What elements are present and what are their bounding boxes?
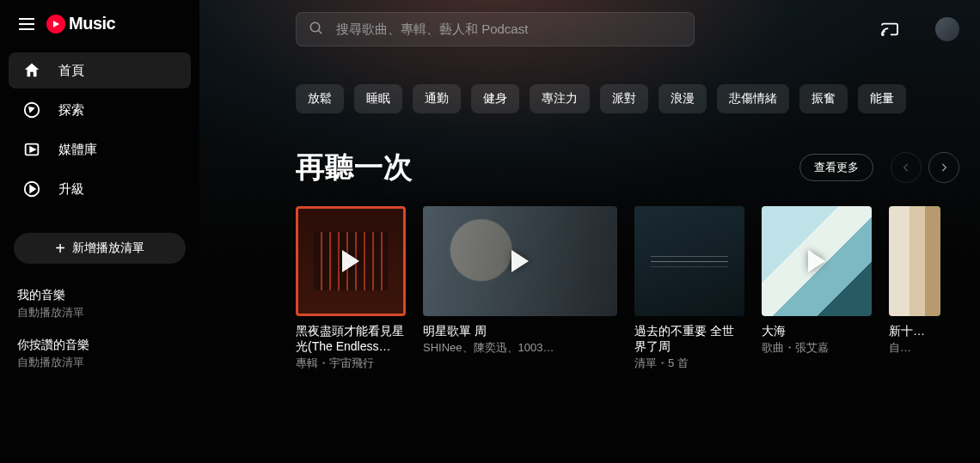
library-item-title: 你按讚的音樂 (17, 338, 182, 353)
media-subtitle: 歌曲・張艾嘉 (762, 341, 872, 356)
sidebar-item-label: 探索 (58, 102, 84, 119)
chip[interactable]: 睡眠 (354, 84, 402, 113)
sidebar-item-label: 媒體庫 (58, 142, 97, 158)
play-badge-icon (46, 15, 65, 34)
svg-marker-2 (29, 107, 34, 112)
sidebar-item-label: 升級 (58, 181, 84, 198)
main-area: 搜尋歌曲、專輯、藝人和 Podcast 放鬆 睡眠 通勤 健身 專注力 派對 浪… (199, 0, 980, 463)
media-thumbnail[interactable] (423, 206, 617, 316)
chip[interactable]: 悲傷情緒 (717, 84, 789, 113)
sidebar-item-label: 首頁 (58, 63, 84, 79)
library-item-title: 我的音樂 (17, 288, 182, 303)
section-title: 再聽一次 (296, 148, 413, 187)
library-item[interactable]: 你按讚的音樂 自動播放清單 (0, 329, 199, 379)
app-name: Music (69, 14, 115, 34)
media-title: 新十… (889, 323, 940, 338)
media-title: 黑夜盡頭才能看見星光(The Endless… (296, 323, 406, 354)
app-logo[interactable]: Music (46, 14, 115, 34)
scroll-next-button[interactable] (928, 152, 959, 183)
library-item-subtitle: 自動播放清單 (17, 355, 182, 370)
media-thumbnail[interactable] (889, 206, 940, 316)
media-subtitle: 專輯・宇宙飛行 (296, 356, 406, 371)
media-thumbnail[interactable] (634, 206, 744, 316)
library-icon (22, 140, 41, 159)
search-placeholder: 搜尋歌曲、專輯、藝人和 Podcast (336, 21, 528, 38)
media-card[interactable]: 黑夜盡頭才能看見星光(The Endless… 專輯・宇宙飛行 (296, 206, 406, 371)
chip[interactable]: 能量 (858, 84, 906, 113)
listen-again-section: 再聽一次 查看更多 黑夜盡頭才能看見星光(The Endless… 專輯・宇宙飛… (199, 113, 980, 371)
sidebar-item-library[interactable]: 媒體庫 (9, 131, 191, 168)
plus-icon: + (55, 242, 65, 254)
search-input[interactable]: 搜尋歌曲、專輯、藝人和 Podcast (296, 12, 695, 46)
media-thumbnail[interactable] (296, 206, 406, 316)
sidebar-item-upgrade[interactable]: 升級 (9, 171, 191, 207)
svg-marker-6 (30, 186, 35, 192)
cast-icon[interactable] (879, 20, 901, 39)
menu-icon[interactable] (19, 15, 34, 34)
chip[interactable]: 健身 (471, 84, 519, 113)
search-icon (309, 21, 324, 39)
play-icon (342, 250, 359, 272)
card-row: 黑夜盡頭才能看見星光(The Endless… 專輯・宇宙飛行 明星歌單 周 S… (296, 206, 959, 371)
media-title: 明星歌單 周 (423, 323, 617, 338)
sidebar-item-home[interactable]: 首頁 (9, 52, 191, 88)
upgrade-icon (22, 180, 41, 198)
media-card[interactable]: 過去的不重要 全世界了周 清單・5 首 (634, 206, 744, 371)
play-icon (511, 250, 529, 272)
sidebar-nav: 首頁 探索 媒體庫 升級 (0, 52, 199, 207)
svg-point-9 (882, 34, 884, 35)
chip[interactable]: 浪漫 (658, 84, 707, 113)
media-card[interactable]: 大海 歌曲・張艾嘉 (762, 206, 872, 371)
media-title: 過去的不重要 全世界了周 (634, 323, 744, 354)
media-subtitle: 清單・5 首 (634, 356, 744, 371)
media-thumbnail[interactable] (762, 206, 872, 316)
play-icon (808, 250, 825, 272)
media-card[interactable]: 明星歌單 周 SHINee、陳奕迅、1003… (423, 206, 617, 371)
library-item[interactable]: 我的音樂 自動播放清單 (0, 279, 199, 329)
topbar: 搜尋歌曲、專輯、藝人和 Podcast (199, 0, 980, 55)
compass-icon (22, 101, 41, 119)
media-card[interactable]: 新十… 自… (889, 206, 940, 371)
library-item-subtitle: 自動播放清單 (17, 305, 182, 320)
svg-marker-4 (30, 147, 35, 152)
media-title: 大海 (762, 323, 872, 338)
section-header: 再聽一次 查看更多 (296, 148, 959, 187)
media-subtitle: 自… (889, 341, 940, 356)
brand-row: Music (0, 9, 199, 46)
media-subtitle: SHINee、陳奕迅、1003… (423, 341, 617, 356)
scroll-prev-button[interactable] (891, 152, 922, 183)
svg-marker-0 (53, 21, 59, 27)
svg-line-8 (318, 30, 322, 34)
chip[interactable]: 放鬆 (296, 84, 344, 113)
new-playlist-label: 新增播放清單 (72, 241, 144, 256)
chip[interactable]: 振奮 (799, 84, 848, 113)
avatar[interactable] (935, 17, 959, 41)
chip[interactable]: 通勤 (413, 84, 461, 113)
chip[interactable]: 專注力 (530, 84, 590, 113)
home-icon (22, 61, 41, 80)
sidebar-item-explore[interactable]: 探索 (9, 92, 191, 128)
new-playlist-button[interactable]: + 新增播放清單 (14, 233, 186, 264)
chip[interactable]: 派對 (600, 84, 648, 113)
sidebar: Music 首頁 探索 媒體庫 升級 + (0, 0, 199, 463)
see-more-button[interactable]: 查看更多 (799, 154, 873, 181)
chip-row: 放鬆 睡眠 通勤 健身 專注力 派對 浪漫 悲傷情緒 振奮 能量 (199, 55, 980, 113)
svg-point-7 (310, 22, 320, 32)
